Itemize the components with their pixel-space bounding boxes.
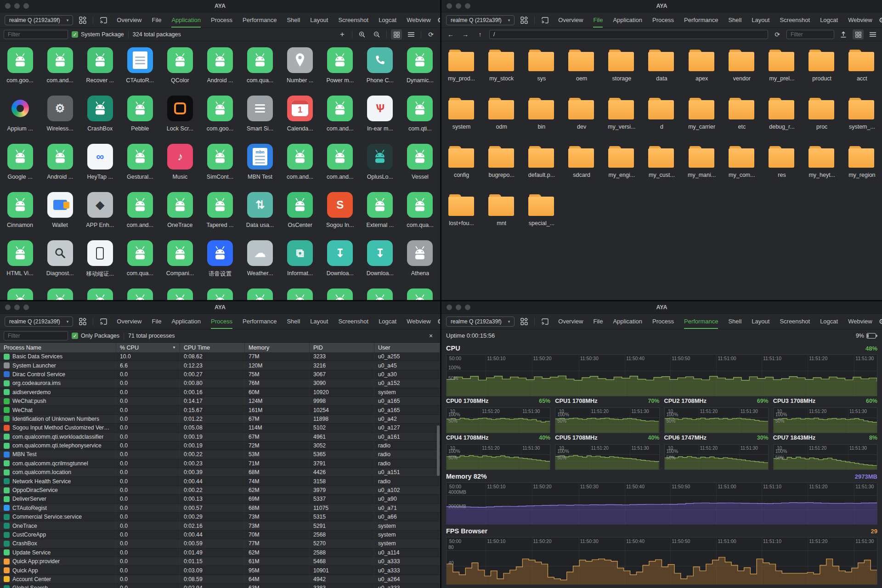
- tab-screenshot[interactable]: Screenshot: [338, 314, 368, 329]
- column-header[interactable]: User: [374, 343, 440, 352]
- traffic-lights[interactable]: [5, 0, 29, 12]
- folder-item[interactable]: apex: [682, 47, 722, 96]
- folder-item[interactable]: my_heyt...: [802, 144, 842, 192]
- upload-icon[interactable]: [838, 29, 849, 40]
- app-item[interactable]: com.and...: [320, 96, 360, 144]
- cast-icon[interactable]: [98, 15, 109, 25]
- app-item-partial[interactable]: [120, 288, 160, 300]
- app-item[interactable]: com.goo...: [200, 96, 240, 144]
- process-row[interactable]: WeChat0.00:15.67161M10254u0_a165: [0, 406, 440, 414]
- zoom-out-icon[interactable]: [371, 29, 382, 40]
- app-item-partial[interactable]: [360, 288, 400, 300]
- app-item[interactable]: CTAutoR...: [120, 47, 160, 96]
- tab-file[interactable]: File: [152, 314, 161, 329]
- process-row[interactable]: Commercial Service:service0.00:00.2973M5…: [0, 513, 440, 521]
- add-button[interactable]: +: [337, 29, 348, 40]
- app-item-partial[interactable]: [240, 288, 280, 300]
- app-item[interactable]: 语音设置: [200, 240, 240, 288]
- tab-overview[interactable]: Overview: [558, 12, 583, 28]
- column-header[interactable]: % CPU▼: [116, 343, 180, 352]
- process-row[interactable]: MBN Test0.00:00.2253M5365radio: [0, 450, 440, 459]
- app-item[interactable]: com.and...: [40, 47, 80, 96]
- tab-process[interactable]: Process: [211, 12, 232, 28]
- tab-layout[interactable]: Layout: [752, 12, 769, 28]
- app-item[interactable]: Vessel: [400, 144, 440, 192]
- app-item[interactable]: Smart Si...: [240, 96, 280, 144]
- process-row[interactable]: Quick App0.00:03.0995M10901u0_a333: [0, 566, 440, 575]
- tab-layout[interactable]: Layout: [752, 314, 769, 329]
- workspace-icon[interactable]: [519, 15, 530, 25]
- app-item[interactable]: ☁Weather...: [240, 240, 280, 288]
- app-item[interactable]: Compani...: [160, 240, 200, 288]
- app-item-partial[interactable]: [0, 288, 40, 300]
- folder-item[interactable]: sdcard: [562, 144, 602, 192]
- zoom-in-icon[interactable]: [356, 29, 368, 40]
- tab-performance[interactable]: Performance: [684, 314, 718, 329]
- app-item[interactable]: Android ...: [40, 144, 80, 192]
- process-row[interactable]: CustCoreApp0.00:00.4470M2568system: [0, 531, 440, 539]
- folder-item[interactable]: storage: [602, 47, 642, 96]
- tab-shell[interactable]: Shell: [287, 12, 300, 28]
- filter-input[interactable]: [4, 331, 68, 340]
- app-item[interactable]: ⚙Wireless...: [40, 96, 80, 144]
- tab-process[interactable]: Process: [652, 314, 674, 329]
- app-item[interactable]: com.qua...: [240, 47, 280, 96]
- folder-item[interactable]: special_...: [521, 192, 561, 240]
- app-item[interactable]: QColor: [160, 47, 200, 96]
- tab-screenshot[interactable]: Screenshot: [338, 12, 368, 28]
- column-header[interactable]: Process Name: [0, 343, 116, 352]
- app-item[interactable]: Tapered ...: [200, 192, 240, 240]
- tab-logcat[interactable]: Logcat: [379, 12, 396, 28]
- process-row[interactable]: WeChat:push0.00:14.17124M9998u0_a165: [0, 397, 440, 406]
- app-item[interactable]: Cinnamon: [0, 192, 40, 240]
- grid-view-icon[interactable]: [391, 29, 402, 40]
- process-row[interactable]: DeliverServer0.00:00.1369M5337u0_a90: [0, 495, 440, 503]
- tab-layout[interactable]: Layout: [310, 314, 328, 329]
- folder-item[interactable]: system: [441, 96, 481, 144]
- folder-item[interactable]: dev: [562, 96, 602, 144]
- app-item[interactable]: com.qti...: [400, 96, 440, 144]
- app-item[interactable]: HTML Vi...: [0, 240, 40, 288]
- folder-item[interactable]: my_prod...: [441, 47, 481, 96]
- app-item[interactable]: Gestural...: [120, 144, 160, 192]
- tab-overview[interactable]: Overview: [117, 12, 141, 28]
- tab-file[interactable]: File: [593, 12, 603, 28]
- process-row[interactable]: org.codeaurora.ims0.00:00.8076M3090u0_a1…: [0, 379, 440, 388]
- process-row[interactable]: Quick App:provider0.00:01.1561M5468u0_a3…: [0, 557, 440, 566]
- settings-gear-icon[interactable]: ⚙: [435, 317, 440, 327]
- app-item[interactable]: Wallet: [40, 192, 80, 240]
- app-item[interactable]: Number ...: [280, 47, 320, 96]
- grid-view-icon[interactable]: [853, 29, 864, 40]
- settings-gear-icon[interactable]: ⚙: [876, 15, 882, 25]
- tab-application[interactable]: Application: [171, 12, 201, 28]
- settings-gear-icon[interactable]: ⚙: [876, 317, 882, 327]
- app-item[interactable]: ѰIn-ear m...: [360, 96, 400, 144]
- device-select[interactable]: realme Q (2192a39f)▾: [446, 15, 514, 25]
- tab-screenshot[interactable]: Screenshot: [780, 314, 810, 329]
- process-row[interactable]: Update Service0.00:01.4962M2588u0_a114: [0, 548, 440, 557]
- traffic-lights[interactable]: [5, 301, 29, 313]
- app-item[interactable]: External ...: [360, 192, 400, 240]
- process-row[interactable]: Sogou Input Method Customized Versi...0.…: [0, 424, 440, 432]
- workspace-icon[interactable]: [77, 317, 88, 327]
- app-item[interactable]: OneTrace: [160, 192, 200, 240]
- tab-performance[interactable]: Performance: [243, 12, 277, 28]
- app-item[interactable]: SimCont...: [200, 144, 240, 192]
- process-row[interactable]: OppoDiracService0.00:00.2262M3979u0_a102: [0, 486, 440, 495]
- process-row[interactable]: CrashBox0.00:00.5977M5270system: [0, 539, 440, 548]
- app-item-partial[interactable]: [40, 288, 80, 300]
- column-header[interactable]: PID: [310, 343, 374, 352]
- app-item[interactable]: ∞HeyTap ...: [80, 144, 120, 192]
- app-item-partial[interactable]: [80, 288, 120, 300]
- app-item[interactable]: ◆APP Enh...: [80, 192, 120, 240]
- tab-overview[interactable]: Overview: [558, 314, 583, 329]
- app-item[interactable]: Android ...: [200, 47, 240, 96]
- only-packages-checkbox[interactable]: ✓Only Packages: [72, 333, 119, 339]
- folder-item[interactable]: res: [762, 144, 802, 192]
- folder-item[interactable]: etc: [722, 96, 762, 144]
- process-row[interactable]: com.qualcomm.qti.workloadclassifier0.00:…: [0, 433, 440, 441]
- tab-webview[interactable]: Webview: [407, 12, 431, 28]
- app-item[interactable]: com.and...: [120, 192, 160, 240]
- process-row[interactable]: Global Search0.00:02.9463M3383u0_a333: [0, 584, 440, 588]
- folder-item[interactable]: debug_r...: [762, 96, 802, 144]
